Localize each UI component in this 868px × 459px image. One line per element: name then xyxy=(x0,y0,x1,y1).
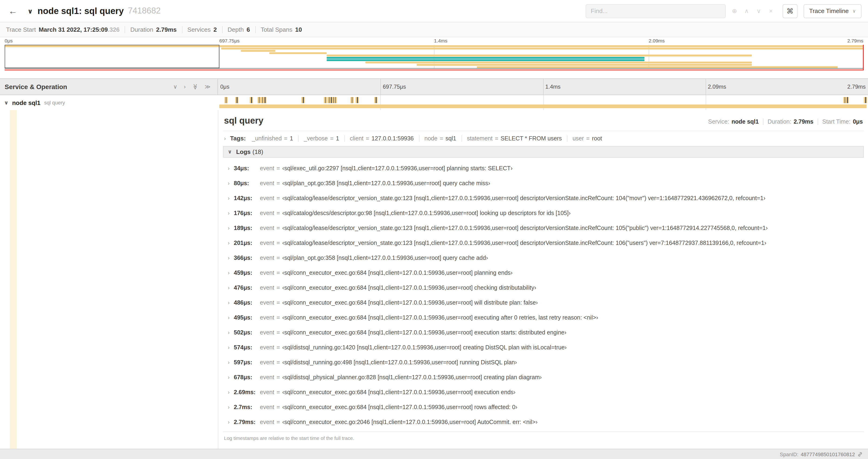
log-field-value: ‹sql/conn_executor_exec.go:2046 [nsql1,c… xyxy=(282,419,537,425)
tag-value: 127.0.0.1:59936 xyxy=(371,135,414,141)
log-marker xyxy=(374,97,378,103)
collapse-all-icon[interactable]: ≫ xyxy=(192,84,198,90)
log-row[interactable]: ›2.69ms:event=‹sql/conn_executor_exec.go… xyxy=(224,385,864,400)
span-expander-icon[interactable]: ∨ xyxy=(4,100,8,106)
span-service-name[interactable]: node sql1 xyxy=(12,99,40,106)
log-expander-icon[interactable]: › xyxy=(228,165,229,172)
log-row[interactable]: ›459μs:event=‹sql/conn_executor_exec.go:… xyxy=(224,265,864,280)
equals-sign: = xyxy=(277,210,280,217)
column-divider[interactable] xyxy=(218,110,218,449)
meta-value: node sql1 xyxy=(732,119,759,125)
log-row[interactable]: ›597μs:event=‹sql/distsql_running.go:498… xyxy=(224,355,864,370)
log-expander-icon[interactable]: › xyxy=(228,180,229,187)
log-row[interactable]: ›2.7ms:event=‹sql/conn_executor_exec.go:… xyxy=(224,400,864,415)
log-timestamp: 189μs: xyxy=(234,225,257,231)
log-row[interactable]: ›201μs:event=‹sql/catalog/lease/descript… xyxy=(224,236,864,251)
logs-header[interactable]: ∨ Logs (18) xyxy=(223,146,864,158)
log-row[interactable]: ›486μs:event=‹sql/conn_executor_exec.go:… xyxy=(224,295,864,310)
minimap-cursor[interactable] xyxy=(863,45,864,70)
log-row[interactable]: ›495μs:event=‹sql/conn_executor_exec.go:… xyxy=(224,310,864,325)
span-row[interactable]: ∨ node sql1 sql query xyxy=(0,95,868,110)
tag-item: _verbose=1 xyxy=(298,135,344,141)
link-icon[interactable] xyxy=(857,451,863,457)
log-marker xyxy=(264,97,267,103)
minimap-span-bar xyxy=(477,66,838,68)
span-detail-header: sql query Service:node sql1Duration:2.79… xyxy=(223,114,864,131)
log-row[interactable]: ›142μs:event=‹sql/catalog/lease/descript… xyxy=(224,191,864,206)
clear-search-icon[interactable]: × xyxy=(765,7,777,14)
prev-match-icon[interactable]: ∧ xyxy=(741,7,753,14)
detail-meta-item: Service:node sql1 xyxy=(704,119,763,125)
log-expander-icon[interactable]: › xyxy=(228,240,229,246)
log-expander-icon[interactable]: › xyxy=(228,285,229,291)
log-field-value: ‹sql/catalog/lease/descriptor_version_st… xyxy=(282,225,768,231)
view-type-dropdown[interactable]: Trace Timeline ∨ xyxy=(804,4,862,18)
log-expander-icon[interactable]: › xyxy=(228,299,229,306)
ruler-labels: 0μs697.75μs1.4ms2.09ms2.79ms xyxy=(218,79,868,95)
log-expander-icon[interactable]: › xyxy=(228,344,229,351)
find-input[interactable] xyxy=(586,4,726,18)
span-row-timeline[interactable] xyxy=(218,95,868,110)
log-expander-icon[interactable]: › xyxy=(228,315,229,321)
back-button[interactable]: ← xyxy=(4,4,22,18)
log-timestamp: 502μs: xyxy=(234,329,257,336)
info-label: Depth xyxy=(227,26,244,33)
log-expander-icon[interactable]: › xyxy=(228,359,229,366)
tag-key: user xyxy=(572,135,584,141)
span-duration-bar[interactable] xyxy=(219,104,867,108)
log-expander-icon[interactable]: › xyxy=(228,389,229,396)
timeline-ruler: 0μs697.75μs1.4ms2.09ms2.79ms xyxy=(218,79,868,95)
log-row[interactable]: ›189μs:event=‹sql/catalog/lease/descript… xyxy=(224,221,864,236)
log-row[interactable]: ›176μs:event=‹sql/catalog/descs/descript… xyxy=(224,206,864,221)
log-timestamp: 34μs: xyxy=(234,165,257,172)
trace-collapse-icon[interactable]: ∨ xyxy=(28,7,33,15)
timeline-collapse-controls: ∨ › ≫ ≫ xyxy=(173,84,213,90)
log-expander-icon[interactable]: › xyxy=(228,374,229,381)
log-expander-icon[interactable]: › xyxy=(228,329,229,336)
log-marker xyxy=(334,97,337,103)
minimap-scrub-line[interactable] xyxy=(5,69,863,70)
log-expander-icon[interactable]: › xyxy=(228,270,229,276)
log-field-key: event xyxy=(260,329,274,336)
log-row[interactable]: ›366μs:event=‹sql/plan_opt.go:358 [nsql1… xyxy=(224,251,864,265)
log-expander-icon[interactable]: › xyxy=(228,195,229,201)
log-rows: ›34μs:event=‹sql/exec_util.go:2297 [nsql… xyxy=(223,158,864,430)
equals-sign: = xyxy=(277,285,280,291)
detail-meta-item: Duration:2.79ms xyxy=(763,119,817,125)
log-row[interactable]: ›2.79ms:event=‹sql/conn_executor_exec.go… xyxy=(224,415,864,430)
minimap-span-bar xyxy=(365,62,752,63)
log-timestamp: 486μs: xyxy=(234,299,257,306)
tags-row[interactable]: › Tags: _unfinished=1_verbose=1client=12… xyxy=(223,131,864,146)
span-id-label: SpanID: xyxy=(780,451,799,457)
info-value: 6 xyxy=(247,26,250,33)
next-match-icon[interactable]: ∨ xyxy=(753,7,765,14)
keyboard-shortcuts-button[interactable]: ⌘ xyxy=(783,4,798,18)
log-expander-icon[interactable]: › xyxy=(228,255,229,261)
log-row[interactable]: ›502μs:event=‹sql/conn_executor_exec.go:… xyxy=(224,325,864,340)
log-expander-icon[interactable]: › xyxy=(228,210,229,217)
log-expander-icon[interactable]: › xyxy=(228,419,229,425)
expand-one-icon[interactable]: › xyxy=(184,84,186,90)
meta-label: Service: xyxy=(708,119,729,125)
log-expander-icon[interactable]: › xyxy=(228,404,229,411)
log-row[interactable]: ›34μs:event=‹sql/exec_util.go:2297 [nsql… xyxy=(224,161,864,176)
time-tick-label: 2.09ms xyxy=(649,38,665,43)
equals-sign: = xyxy=(277,359,280,366)
span-row-left[interactable]: ∨ node sql1 sql query xyxy=(0,95,218,110)
time-tick-label: 2.09ms xyxy=(706,79,726,95)
logs-expander-icon[interactable]: ∨ xyxy=(228,149,232,155)
collapse-one-icon[interactable]: ∨ xyxy=(173,84,177,90)
log-timestamp: 495μs: xyxy=(234,315,257,321)
focus-icon[interactable]: ⊕ xyxy=(728,7,741,14)
log-row[interactable]: ›574μs:event=‹sql/distsql_running.go:142… xyxy=(224,340,864,355)
log-row[interactable]: ›476μs:event=‹sql/conn_executor_exec.go:… xyxy=(224,280,864,295)
minimap-scrubber[interactable] xyxy=(5,45,219,68)
log-row[interactable]: ›678μs:event=‹sql/distsql_physical_plann… xyxy=(224,370,864,385)
expand-all-icon[interactable]: ≫ xyxy=(205,84,211,90)
tags-expander-icon[interactable]: › xyxy=(224,135,226,141)
equals-sign: = xyxy=(277,270,280,276)
trace-minimap[interactable]: 0μs697.75μs1.4ms2.09ms2.79ms xyxy=(0,37,868,73)
log-row[interactable]: ›80μs:event=‹sql/plan_opt.go:358 [nsql1,… xyxy=(224,176,864,191)
minimap-canvas[interactable] xyxy=(5,45,863,69)
log-expander-icon[interactable]: › xyxy=(228,225,229,231)
